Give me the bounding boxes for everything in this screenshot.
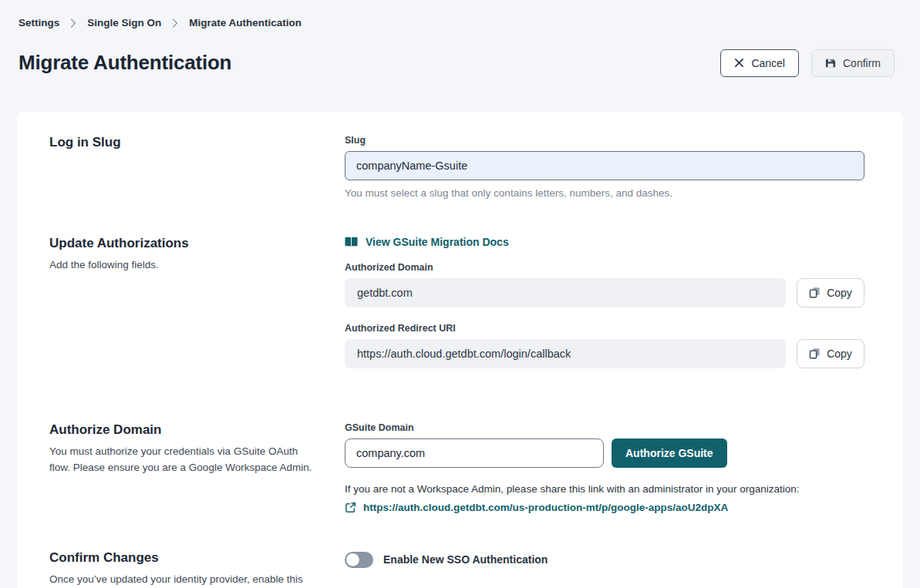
authorize-domain-heading: Authorize Domain — [49, 422, 317, 438]
migrate-authentication-card: Log in Slug Slug You must select a slug … — [17, 112, 903, 588]
toggle-knob — [346, 553, 359, 566]
workspace-admin-note: If you are not a Workspace Admin, please… — [345, 483, 864, 495]
save-icon — [825, 58, 836, 69]
authorized-redirect-uri-value: https://auth.cloud.getdbt.com/login/call… — [345, 339, 786, 368]
slug-input[interactable] — [345, 151, 864, 180]
authorize-gsuite-button[interactable]: Authorize GSuite — [612, 438, 727, 468]
authorized-redirect-uri-block: Authorized Redirect URI https://auth.clo… — [345, 323, 864, 368]
chevron-right-icon — [70, 18, 76, 28]
breadcrumb-migrate-authentication: Migrate Authentication — [189, 17, 302, 29]
enable-sso-toggle[interactable] — [345, 552, 373, 568]
copy-icon — [809, 348, 821, 359]
external-link-icon — [345, 502, 356, 513]
gsuite-domain-input[interactable] — [345, 438, 604, 468]
authorized-redirect-uri-label: Authorized Redirect URI — [345, 323, 864, 334]
update-authorizations-description: Add the following fields. — [49, 257, 315, 274]
page-header: Migrate Authentication Cancel Confirm — [0, 29, 920, 89]
authorized-domain-value: getdbt.com — [345, 278, 786, 307]
slug-helper-text: You must select a slug that only contain… — [345, 187, 864, 199]
header-actions: Cancel Confirm — [720, 49, 895, 77]
copy-button-label: Copy — [827, 287, 852, 299]
section-authorize-domain: Authorize Domain You must authorize your… — [49, 422, 864, 516]
cancel-button-label: Cancel — [751, 57, 785, 69]
gsuite-migration-docs-link[interactable]: View GSuite Migration Docs — [345, 236, 509, 248]
update-authorizations-heading: Update Authorizations — [49, 236, 317, 251]
copy-icon — [809, 287, 821, 298]
admin-share-link-label: https://auth.cloud.getdbt.com/us-product… — [363, 502, 728, 513]
enable-sso-toggle-label: Enable New SSO Authentication — [383, 553, 548, 566]
copy-authorized-domain-button[interactable]: Copy — [797, 278, 864, 307]
close-icon — [734, 58, 744, 68]
section-update-authorizations: Update Authorizations Add the following … — [49, 236, 864, 384]
gsuite-migration-docs-link-label: View GSuite Migration Docs — [366, 236, 509, 248]
book-icon — [345, 237, 358, 247]
copy-button-label: Copy — [827, 348, 852, 360]
breadcrumb-single-sign-on[interactable]: Single Sign On — [87, 17, 161, 29]
authorized-domain-label: Authorized Domain — [345, 262, 864, 273]
section-confirm-changes: Confirm Changes Once you’ve updated your… — [49, 550, 864, 588]
copy-redirect-uri-button[interactable]: Copy — [797, 339, 864, 368]
cancel-button[interactable]: Cancel — [720, 49, 799, 77]
confirm-changes-description: Once you’ve updated your identity provid… — [49, 572, 315, 588]
confirm-button[interactable]: Confirm — [811, 49, 895, 77]
section-login-slug: Log in Slug Slug You must select a slug … — [49, 135, 864, 199]
page-title: Migrate Authentication — [19, 51, 231, 75]
authorized-domain-block: Authorized Domain getdbt.com Copy — [345, 262, 864, 307]
chevron-right-icon — [172, 18, 178, 28]
authorize-domain-description: You must authorize your credentials via … — [49, 444, 315, 476]
admin-share-link[interactable]: https://auth.cloud.getdbt.com/us-product… — [345, 502, 728, 513]
slug-field-label: Slug — [345, 135, 864, 146]
login-slug-heading: Log in Slug — [49, 135, 317, 150]
confirm-changes-heading: Confirm Changes — [49, 550, 317, 566]
gsuite-domain-label: GSuite Domain — [345, 422, 864, 433]
confirm-button-label: Confirm — [843, 57, 881, 69]
breadcrumb: Settings Single Sign On Migrate Authenti… — [0, 0, 920, 29]
breadcrumb-settings[interactable]: Settings — [19, 17, 59, 29]
